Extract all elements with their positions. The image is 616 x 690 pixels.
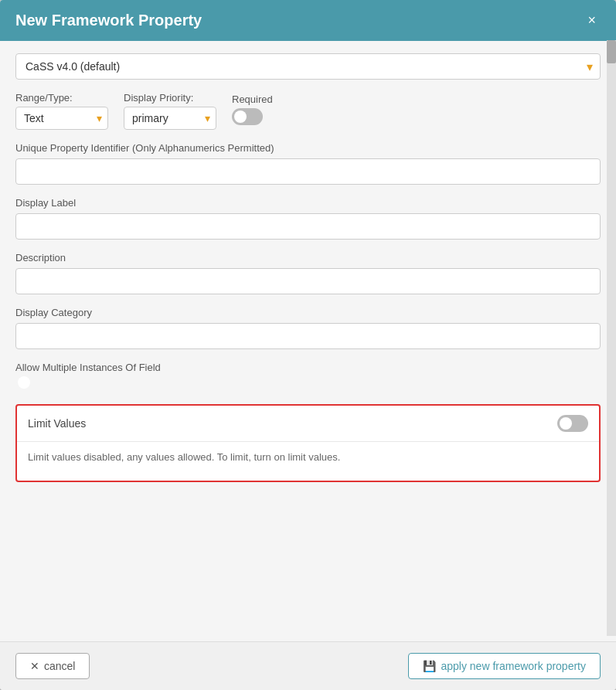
limit-values-toggle[interactable] (557, 415, 588, 432)
range-type-group: Range/Type: Text Number Date Boolean URL… (15, 92, 108, 130)
unique-property-label: Unique Property Identifier (Only Alphanu… (15, 142, 601, 154)
description-input[interactable] (15, 268, 601, 294)
display-category-label: Display Category (15, 307, 601, 318)
required-group: Required (232, 93, 273, 130)
type-priority-required-row: Range/Type: Text Number Date Boolean URL… (15, 92, 601, 130)
display-category-section: Display Category (15, 307, 601, 349)
apply-button[interactable]: 💾 apply new framework property (408, 653, 601, 679)
framework-select[interactable]: CaSS v4.0 (default) CaSS v3.0 CaSS v2.0 (15, 53, 601, 80)
display-label-input[interactable] (15, 213, 601, 240)
scrollbar-thumb[interactable] (607, 40, 616, 63)
cancel-button[interactable]: ✕ cancel (15, 653, 90, 679)
display-priority-group: Display Priority: primary secondary tert… (124, 92, 216, 130)
display-priority-label: Display Priority: (124, 92, 216, 104)
apply-save-icon: 💾 (423, 660, 436, 672)
limit-values-description: Limit values disabled, any values allowe… (17, 442, 599, 481)
allow-multiple-label: Allow Multiple Instances Of Field (15, 362, 601, 373)
range-type-select[interactable]: Text Number Date Boolean URL (15, 107, 108, 130)
limit-values-box: Limit Values Limit values disabled, any … (15, 404, 601, 482)
unique-property-section: Unique Property Identifier (Only Alphanu… (15, 142, 601, 185)
display-category-input[interactable] (15, 323, 601, 349)
unique-property-input[interactable] (15, 158, 601, 185)
display-label-section: Display Label (15, 197, 601, 240)
required-toggle-slider (232, 108, 263, 125)
display-priority-select-wrapper: primary secondary tertiary ▾ (124, 107, 216, 130)
display-label-label: Display Label (15, 197, 601, 209)
display-priority-select[interactable]: primary secondary tertiary (124, 107, 216, 130)
required-label: Required (232, 93, 273, 105)
cancel-label: cancel (44, 660, 75, 672)
description-label: Description (15, 252, 601, 263)
limit-values-header: Limit Values (17, 406, 599, 442)
description-section: Description (15, 252, 601, 294)
limit-values-slider (557, 415, 588, 432)
apply-label: apply new framework property (441, 660, 586, 672)
allow-multiple-section: Allow Multiple Instances Of Field (15, 362, 601, 392)
new-framework-property-modal: New Framework Property × CaSS v4.0 (defa… (0, 0, 616, 690)
cancel-icon: ✕ (30, 660, 39, 672)
scrollbar-track (607, 40, 616, 636)
close-button[interactable]: × (583, 11, 601, 30)
limit-values-label: Limit Values (28, 417, 86, 430)
required-toggle[interactable] (232, 108, 263, 125)
range-type-label: Range/Type: (15, 92, 108, 104)
modal-body: CaSS v4.0 (default) CaSS v3.0 CaSS v2.0 … (0, 41, 616, 641)
modal-header: New Framework Property × (0, 0, 616, 41)
range-type-select-wrapper: Text Number Date Boolean URL ▾ (15, 107, 108, 130)
modal-footer: ✕ cancel 💾 apply new framework property (0, 641, 616, 690)
modal-title: New Framework Property (15, 12, 202, 29)
framework-select-wrapper: CaSS v4.0 (default) CaSS v3.0 CaSS v2.0 … (15, 53, 601, 80)
required-toggle-wrapper (232, 108, 273, 130)
